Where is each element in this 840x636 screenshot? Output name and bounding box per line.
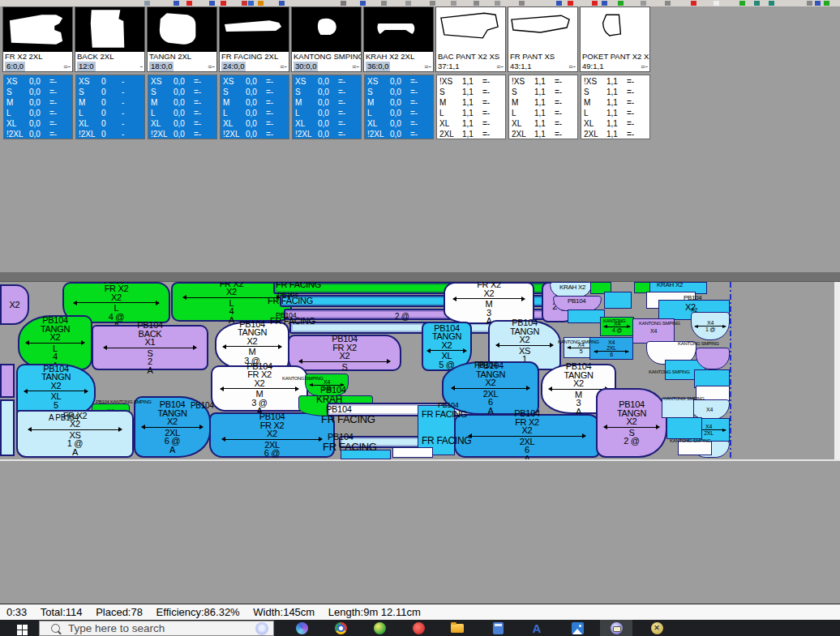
file-explorer-taskbar-icon[interactable] bbox=[441, 620, 474, 636]
piece-label: FR FACING bbox=[321, 414, 375, 425]
toolbar-icon[interactable] bbox=[665, 1, 671, 6]
size-table-5[interactable]: XS0,0=-S0,0=-M0,0=-L0,0=-XL0,0=-!2XL0,0=… bbox=[292, 75, 362, 139]
toolbar-icon[interactable] bbox=[242, 1, 247, 6]
toolbar-icon[interactable] bbox=[174, 1, 179, 6]
toolbar-icon[interactable] bbox=[186, 1, 192, 6]
toolbar-icon[interactable] bbox=[519, 1, 525, 6]
pattern-thumbnail-6[interactable]: KRAH X2 2XL36:0,0=- bbox=[363, 6, 434, 72]
piece-label: FR FACING bbox=[276, 281, 321, 289]
status-length: Length:9m 12.11cm bbox=[328, 606, 421, 618]
toolbar-icon[interactable] bbox=[754, 1, 760, 6]
toolbar-icon[interactable] bbox=[568, 1, 573, 6]
marker-piece[interactable]: X2 bbox=[0, 284, 29, 325]
marker-piece[interactable] bbox=[666, 417, 702, 439]
marker-piece[interactable]: PB104FR X2X2S bbox=[288, 335, 401, 371]
size-row: S0,0=- bbox=[4, 87, 72, 97]
nesting-app-taskbar-icon[interactable] bbox=[600, 620, 632, 636]
marker-piece[interactable] bbox=[392, 447, 433, 458]
toolbar-icon[interactable] bbox=[592, 1, 598, 6]
toolbar-icon[interactable] bbox=[221, 1, 226, 6]
toolbar-icon[interactable] bbox=[381, 1, 387, 6]
pattern-thumbnail-4[interactable]: FR FACING 2XL24:0,0=- bbox=[219, 6, 289, 72]
toolbar-icon[interactable] bbox=[474, 1, 479, 6]
toolbar-icon[interactable] bbox=[691, 1, 696, 6]
toolbar-icon[interactable] bbox=[824, 1, 829, 6]
size-table-3[interactable]: XS0,0=-S0,0=-M0,0=-L0,0=-XL0,0=-!2XL0,0=… bbox=[148, 75, 217, 139]
size-table-4[interactable]: XS0,0=-S0,0=-M0,0=-L0,0=-XL0,0=-!2XL0,0=… bbox=[220, 75, 289, 139]
pattern-thumbnail-1[interactable]: FR X2 2XL6:0,0=- bbox=[2, 6, 73, 72]
sphere-taskbar-icon[interactable] bbox=[363, 620, 396, 636]
letter-a-taskbar-icon[interactable]: A bbox=[522, 620, 555, 636]
size-table-7[interactable]: !XS1,1=-S1,1=-M1,1=-L1,1=-XL1,1=-2XL1,1=… bbox=[436, 75, 506, 139]
toolbar-icon[interactable] bbox=[769, 1, 774, 6]
marker-piece[interactable] bbox=[696, 348, 730, 369]
chrome-taskbar-icon[interactable] bbox=[324, 620, 357, 636]
pattern-count: 30:0,0 bbox=[294, 62, 318, 71]
piece-label-line: PB104 bbox=[514, 409, 540, 418]
size-row: S0,0=- bbox=[365, 87, 433, 97]
marker-piece[interactable]: X41 @ bbox=[691, 312, 730, 340]
toolbar-icon[interactable] bbox=[248, 1, 254, 6]
toolbar-icon[interactable] bbox=[258, 1, 264, 6]
toolbar-icon[interactable] bbox=[714, 1, 719, 6]
pattern-shape-preview bbox=[292, 7, 361, 52]
toolbar-icon[interactable] bbox=[405, 1, 411, 6]
clock-taskbar-icon[interactable]: ✕ bbox=[641, 620, 673, 636]
calculator-taskbar-icon[interactable] bbox=[482, 620, 514, 636]
marker-piece[interactable] bbox=[0, 364, 15, 398]
toolbar-icon[interactable] bbox=[209, 1, 215, 6]
size-table-1[interactable]: XS0,0=-S0,0=-M0,0=-L0,0=-XL0,0=-!2XL0,0=… bbox=[3, 75, 73, 139]
toolbar-icon[interactable] bbox=[807, 1, 812, 6]
marker-piece[interactable]: PB104FR X2X22XL6A bbox=[454, 414, 600, 458]
pattern-thumbnail-3[interactable]: TANGN 2XL18:0,0=- bbox=[147, 6, 217, 72]
toolbar-icon[interactable] bbox=[360, 1, 366, 6]
toolbar-icon[interactable] bbox=[495, 1, 500, 6]
cortana-icon[interactable] bbox=[255, 622, 268, 635]
copilot-taskbar-icon[interactable] bbox=[285, 620, 318, 636]
toolbar-icon[interactable] bbox=[641, 1, 646, 6]
search-icon bbox=[51, 624, 60, 633]
taskbar-search[interactable]: Type here to search bbox=[39, 621, 274, 636]
media-taskbar-icon[interactable] bbox=[402, 620, 435, 636]
marker-piece[interactable]: PB104TANGNX2S2 @ bbox=[596, 388, 667, 458]
marker-piece[interactable]: PB104TANGNX2L4A bbox=[18, 315, 92, 370]
app-window: FR X2 2XL6:0,0=-BACK 2XL12:0-TANGN 2XL18… bbox=[0, 0, 840, 636]
pattern-thumbnail-2[interactable]: BACK 2XL12:0- bbox=[75, 6, 145, 72]
size-row: M0,0=- bbox=[293, 97, 361, 108]
toolbar-icon[interactable] bbox=[144, 1, 150, 6]
toolbar-icon[interactable] bbox=[618, 1, 624, 6]
marker-piece[interactable]: PB104FR X2X2M3 @A bbox=[211, 365, 308, 412]
marker-nest-area[interactable]: X2PB104FR X2X2L4 @AFR X2X2L4APB104TANGNX… bbox=[0, 281, 840, 460]
toolbar-icon[interactable] bbox=[341, 1, 346, 6]
piece-label-line: PB104 bbox=[160, 400, 186, 409]
pattern-count-suffix: =- bbox=[208, 62, 215, 71]
toolbar-icon[interactable] bbox=[451, 1, 456, 6]
size-table-8[interactable]: !XS1,1=-S1,1=-M1,1=-L1,1=-XL1,1=-2XL1,1=… bbox=[508, 75, 578, 139]
grain-line-arrow bbox=[469, 436, 585, 437]
toolbar-icon[interactable] bbox=[430, 1, 435, 6]
search-placeholder: Type here to search bbox=[68, 622, 255, 634]
marker-piece[interactable] bbox=[0, 399, 15, 456]
photos-taskbar-icon[interactable] bbox=[561, 620, 594, 636]
pattern-name: BACK 2XL bbox=[77, 52, 143, 62]
piece-label-line: PB104 bbox=[137, 321, 163, 330]
size-row: XS0,0=- bbox=[365, 76, 433, 87]
toolbar-icon[interactable] bbox=[556, 1, 562, 6]
pattern-thumbnail-7[interactable]: BAC PANT X2 XS37:1,1=- bbox=[435, 6, 506, 72]
size-table-9[interactable]: !XS1,1=-S1,1=-M1,1=-L1,1=-XL1,1=-2XL1,1=… bbox=[581, 75, 650, 139]
piece-label: KANTONG SMPING bbox=[678, 341, 719, 346]
size-table-2[interactable]: XS0-S0-M0-L0-XL0-!2XL0- bbox=[75, 75, 145, 139]
pattern-thumbnail-5[interactable]: KANTONG SMPING30:0,0=- bbox=[291, 6, 362, 72]
start-button[interactable] bbox=[6, 620, 37, 636]
marker-piece[interactable] bbox=[604, 292, 632, 309]
size-table-6[interactable]: XS0,0=-S0,0=-M0,0=-L0,0=-XL0,0=-!2XL0,0=… bbox=[364, 75, 434, 139]
toolbar-icon[interactable] bbox=[815, 1, 821, 6]
pattern-thumbnail-9[interactable]: POKET PANT X2 XS49:1,1=- bbox=[580, 6, 650, 72]
toolbar-icon[interactable] bbox=[739, 1, 745, 6]
marker-piece[interactable]: PB104FR X2X22XL6 @ bbox=[209, 412, 335, 458]
grain-line-arrow bbox=[604, 427, 660, 428]
marker-piece[interactable]: PB104BACKX1S2A bbox=[92, 325, 208, 370]
toolbar-icon[interactable] bbox=[602, 1, 607, 6]
toolbar-icon[interactable] bbox=[279, 1, 285, 6]
pattern-thumbnail-8[interactable]: FR PANT XS43:1,1=- bbox=[508, 6, 578, 72]
